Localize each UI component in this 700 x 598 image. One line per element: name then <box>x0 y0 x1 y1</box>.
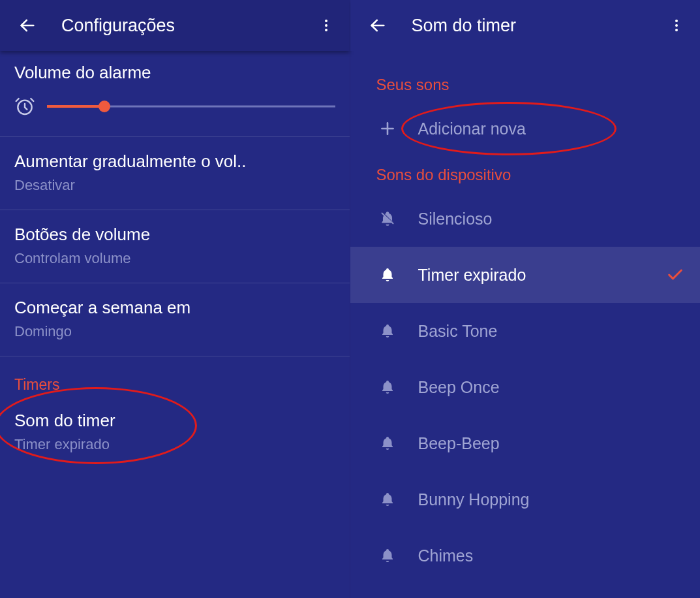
more-vert-icon <box>318 18 334 33</box>
sound-item[interactable]: Basic Tone <box>350 303 701 359</box>
sound-item[interactable]: Beep-Beep <box>350 415 701 471</box>
svg-point-3 <box>325 29 327 31</box>
back-button[interactable] <box>12 10 43 41</box>
slider-thumb[interactable] <box>99 101 110 112</box>
setting-secondary: Controlam volume <box>14 250 335 267</box>
sound-item[interactable]: Silencioso <box>350 191 701 247</box>
timer-sound-pane: Som do timer Seus sons Adicionar nova So… <box>350 0 701 598</box>
check-icon <box>666 266 684 284</box>
page-title-left: Configurações <box>61 16 311 36</box>
appbar-right: Som do timer <box>350 0 701 51</box>
overflow-menu-right[interactable] <box>661 10 692 41</box>
sound-label: Chimes <box>418 546 685 565</box>
sound-item[interactable]: Chimes <box>350 527 701 584</box>
section-header-timers: Timers <box>0 356 350 396</box>
svg-point-7 <box>675 24 678 27</box>
arrow-back-icon <box>18 16 37 35</box>
alarm-volume-setting[interactable]: Volume do alarme <box>0 51 350 137</box>
section-device-sounds: Sons do dispositivo <box>350 157 701 191</box>
sound-label: Silencioso <box>418 210 685 228</box>
sound-label: Beep Once <box>418 378 685 397</box>
bell-off-icon <box>376 210 399 227</box>
page-title-right: Som do timer <box>412 16 662 36</box>
setting-primary: Som do timer <box>14 411 335 431</box>
arrow-back-icon <box>369 16 387 35</box>
setting-week-start[interactable]: Começar a semana em Domingo <box>0 283 350 356</box>
back-button[interactable] <box>362 10 393 41</box>
add-new-label: Adicionar nova <box>418 119 685 138</box>
bell-icon <box>376 323 399 339</box>
sound-label: Beep-Beep <box>418 434 685 453</box>
setting-gradual-volume[interactable]: Aumentar gradualmente o vol.. Desativar <box>0 137 350 210</box>
setting-timer-sound[interactable]: Som do timer Timer expirado <box>0 396 350 469</box>
alarm-volume-label: Volume do alarme <box>14 63 335 83</box>
alarm-volume-row <box>14 96 335 117</box>
sound-item[interactable]: Beep Once <box>350 359 701 415</box>
bell-icon <box>376 435 399 451</box>
more-vert-icon <box>669 18 684 33</box>
sound-item[interactable]: Timer expirado <box>350 247 701 303</box>
svg-point-8 <box>675 29 678 31</box>
svg-point-1 <box>325 20 327 22</box>
setting-secondary: Timer expirado <box>14 436 335 453</box>
setting-primary: Aumentar gradualmente o vol.. <box>14 151 335 172</box>
bell-icon <box>376 548 399 563</box>
sound-label: Basic Tone <box>418 322 685 341</box>
section-your-sounds: Seus sons <box>350 51 701 101</box>
sound-list: SilenciosoTimer expiradoBasic ToneBeep O… <box>350 191 701 584</box>
bell-icon <box>376 379 399 395</box>
sound-item[interactable]: Bunny Hopping <box>350 471 701 527</box>
alarm-clock-icon <box>14 96 35 117</box>
bell-icon <box>376 267 399 283</box>
appbar-left: Configurações <box>0 0 350 51</box>
setting-volume-buttons[interactable]: Botões de volume Controlam volume <box>0 210 350 283</box>
slider-fill <box>47 105 104 108</box>
svg-point-2 <box>325 24 327 27</box>
settings-pane: Configurações Volume do alarme Aumentar … <box>0 0 350 598</box>
bell-icon <box>376 492 399 507</box>
alarm-volume-slider[interactable] <box>47 100 335 113</box>
setting-secondary: Domingo <box>14 323 335 340</box>
setting-primary: Começar a semana em <box>14 298 335 318</box>
sound-label: Bunny Hopping <box>418 490 685 509</box>
overflow-menu-left[interactable] <box>311 10 342 41</box>
sound-label: Timer expirado <box>418 266 667 285</box>
setting-primary: Botões de volume <box>14 225 335 245</box>
setting-secondary: Desativar <box>14 177 335 194</box>
plus-icon <box>376 120 399 137</box>
add-new-sound[interactable]: Adicionar nova <box>350 101 701 157</box>
svg-point-6 <box>675 20 678 22</box>
